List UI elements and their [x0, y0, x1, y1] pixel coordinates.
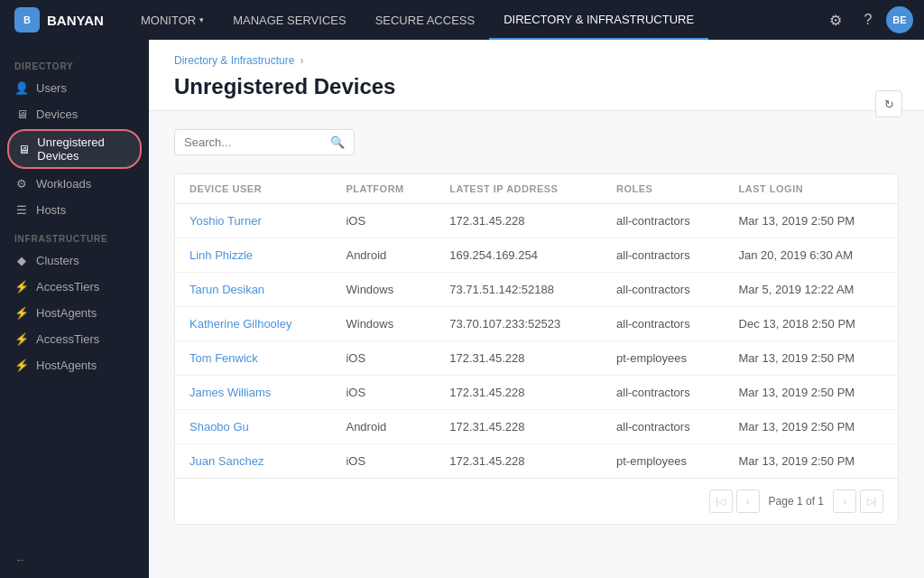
- table-row: Linh Phizzle Android 169.254.169.254 all…: [175, 238, 898, 273]
- content-area: 🔍 DEVICE USER PLATFORM LATEST IP ADDRESS…: [149, 111, 924, 578]
- logo-icon: B: [14, 7, 40, 33]
- platform-cell: iOS: [331, 341, 435, 376]
- sidebar-item-workloads[interactable]: ⚙ Workloads: [0, 171, 149, 197]
- platform-cell: iOS: [331, 204, 435, 238]
- ip-cell: 169.254.169.254: [435, 238, 602, 273]
- sidebar-item-label: Clusters: [36, 254, 79, 267]
- nav-manage-services[interactable]: MANAGE SERVICES: [218, 0, 360, 40]
- sidebar-item-clusters[interactable]: ◆ Clusters: [0, 247, 149, 274]
- prev-page-button[interactable]: ‹: [736, 489, 760, 513]
- first-page-button[interactable]: |◁: [709, 489, 733, 513]
- platform-cell: iOS: [331, 376, 435, 410]
- last-login-cell: Mar 13, 2019 2:50 PM: [725, 341, 898, 376]
- hostagent-icon: ⚡: [14, 359, 29, 372]
- sidebar-item-label: Hosts: [36, 203, 66, 217]
- accesstier-icon: ⚡: [14, 280, 29, 294]
- sidebar-item-label: HostAgents: [36, 359, 97, 372]
- ip-cell: 73.70.107.233:52523: [435, 307, 602, 341]
- last-page-button[interactable]: ▷|: [860, 489, 883, 513]
- sidebar: DIRECTORY 👤 Users 🖥 Devices 🖥 Unregister…: [0, 40, 149, 578]
- search-bar[interactable]: 🔍: [174, 129, 355, 155]
- hostagent-icon: ⚡: [14, 306, 29, 320]
- logo[interactable]: B BANYAN: [0, 7, 126, 33]
- roles-cell: all-contractors: [602, 204, 725, 238]
- sidebar-item-hostagents-2[interactable]: ⚡ HostAgents: [0, 352, 149, 378]
- sidebar-item-hosts[interactable]: ☰ Hosts: [0, 197, 149, 223]
- sidebar-item-devices[interactable]: 🖥 Devices: [0, 101, 149, 127]
- roles-cell: all-contractors: [602, 410, 725, 444]
- platform-cell: Android: [331, 238, 435, 273]
- table-row: Tom Fenwick iOS 172.31.45.228 pt-employe…: [175, 341, 898, 376]
- sidebar-infrastructure-label: INFRASTRUCTURE: [0, 223, 149, 247]
- sidebar-item-hostagents-1[interactable]: ⚡ HostAgents: [0, 300, 149, 326]
- sidebar-collapse-button[interactable]: ←: [0, 542, 149, 578]
- top-navigation: B BANYAN MONITOR ▾ MANAGE SERVICES SECUR…: [0, 0, 924, 40]
- platform-cell: iOS: [331, 444, 435, 479]
- devices-table: DEVICE USER PLATFORM LATEST IP ADDRESS R…: [174, 173, 899, 525]
- page-title: Unregistered Devices: [174, 74, 899, 110]
- breadcrumb: Directory & Infrastructure ›: [174, 54, 899, 67]
- main-content: Directory & Infrastructure › Unregistere…: [149, 40, 924, 578]
- settings-button[interactable]: ⚙: [821, 5, 850, 34]
- table-row: Katherine Gilhooley Windows 73.70.107.23…: [175, 307, 898, 341]
- sidebar-item-accesstiers-1[interactable]: ⚡ AccessTiers: [0, 274, 149, 300]
- sidebar-item-accesstiers-2[interactable]: ⚡ AccessTiers: [0, 326, 149, 352]
- table-header-row: DEVICE USER PLATFORM LATEST IP ADDRESS R…: [175, 174, 898, 204]
- last-login-cell: Mar 13, 2019 2:50 PM: [725, 444, 898, 479]
- col-device-user: DEVICE USER: [175, 174, 331, 204]
- search-input[interactable]: [184, 135, 323, 149]
- device-icon: 🖥: [14, 107, 29, 121]
- breadcrumb-separator: ›: [300, 54, 303, 67]
- search-icon: 🔍: [330, 135, 345, 149]
- breadcrumb-parent[interactable]: Directory & Infrastructure: [174, 54, 294, 67]
- nav-directory-infrastructure[interactable]: DIRECTORY & INFRASTRUCTURE: [489, 0, 708, 40]
- roles-cell: pt-employees: [602, 341, 725, 376]
- device-user-link[interactable]: Juan Sanchez: [175, 444, 331, 479]
- device-user-link[interactable]: Tarun Desikan: [175, 273, 331, 307]
- sidebar-item-label: Users: [36, 81, 67, 95]
- roles-cell: all-contractors: [602, 238, 725, 273]
- nav-secure-access[interactable]: SECURE ACCESS: [361, 0, 490, 40]
- sidebar-item-label: AccessTiers: [36, 280, 99, 294]
- platform-cell: Windows: [331, 307, 435, 341]
- device-user-link[interactable]: Linh Phizzle: [175, 238, 331, 273]
- logo-text: BANYAN: [47, 13, 104, 28]
- accesstier-icon: ⚡: [14, 332, 29, 346]
- pagination: |◁ ‹ Page 1 of 1 › ▷|: [175, 478, 898, 524]
- workload-icon: ⚙: [14, 177, 29, 191]
- sidebar-directory-label: DIRECTORY: [0, 51, 149, 75]
- device-user-link[interactable]: Yoshio Turner: [175, 204, 331, 238]
- col-last-login: LAST LOGIN: [725, 174, 898, 204]
- ip-cell: 172.31.45.228: [435, 341, 602, 376]
- col-platform: PLATFORM: [331, 174, 435, 204]
- device-icon: 🖥: [18, 143, 30, 156]
- table-row: Yoshio Turner iOS 172.31.45.228 all-cont…: [175, 204, 898, 238]
- ip-cell: 172.31.45.228: [435, 410, 602, 444]
- last-login-cell: Mar 13, 2019 2:50 PM: [725, 204, 898, 238]
- col-roles: ROLES: [602, 174, 725, 204]
- nav-monitor[interactable]: MONITOR ▾: [126, 0, 218, 40]
- sidebar-item-label: Unregistered Devices: [37, 135, 131, 163]
- sidebar-item-unregistered-devices[interactable]: 🖥 Unregistered Devices: [7, 129, 142, 169]
- platform-cell: Android: [331, 410, 435, 444]
- sidebar-item-label: HostAgents: [36, 306, 97, 320]
- main-layout: DIRECTORY 👤 Users 🖥 Devices 🖥 Unregister…: [0, 40, 924, 578]
- roles-cell: pt-employees: [602, 444, 725, 479]
- main-header: Directory & Infrastructure › Unregistere…: [149, 40, 924, 111]
- page-info: Page 1 of 1: [769, 495, 824, 508]
- device-user-link[interactable]: Tom Fenwick: [175, 341, 331, 376]
- sidebar-item-label: Devices: [36, 107, 78, 121]
- col-ip: LATEST IP ADDRESS: [435, 174, 602, 204]
- help-button[interactable]: ?: [854, 5, 882, 34]
- sidebar-item-users[interactable]: 👤 Users: [0, 75, 149, 101]
- user-avatar[interactable]: BE: [886, 6, 913, 33]
- sidebar-item-label: Workloads: [36, 177, 91, 191]
- device-user-link[interactable]: Katherine Gilhooley: [175, 307, 331, 341]
- next-page-button[interactable]: ›: [833, 489, 856, 513]
- device-user-link[interactable]: Shaobo Gu: [175, 410, 331, 444]
- platform-cell: Windows: [331, 273, 435, 307]
- sidebar-item-label: AccessTiers: [36, 332, 99, 346]
- table-row: James Williams iOS 172.31.45.228 all-con…: [175, 376, 898, 410]
- device-user-link[interactable]: James Williams: [175, 376, 331, 410]
- roles-cell: all-contractors: [602, 273, 725, 307]
